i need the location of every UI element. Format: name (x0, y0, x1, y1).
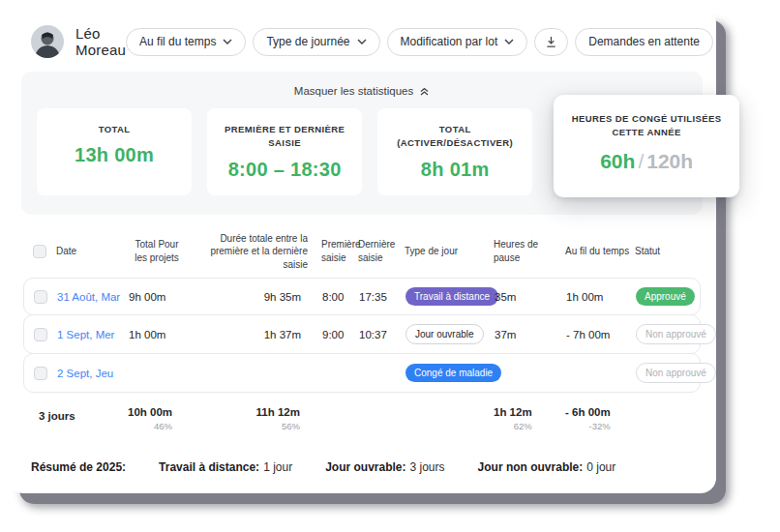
cell-status: Non approuvé (636, 324, 716, 344)
summary-percent: -32% (565, 421, 611, 431)
avatar-silhouette (31, 27, 64, 58)
row-date-link[interactable]: 2 Sept, Jeu (57, 368, 129, 379)
summary-value: 1h 12m (494, 406, 532, 418)
pending-requests-label: Demandes en attente (588, 35, 700, 48)
year-summary-value: 3 jours (410, 460, 445, 474)
col-header-date: Date (56, 245, 128, 258)
cell-duration: 1h 37m (187, 329, 315, 340)
cell-status: Approuvé (636, 287, 695, 306)
stat-card-leave-hours: HEURES DE CONGÉ UTILISÉES CETTE ANNÉE 60… (554, 95, 739, 197)
col-header-status: Statut (635, 245, 695, 258)
table-row[interactable]: 1 Sept, Mer 1h 00m 1h 37m 9:00 10:37 Jou… (23, 314, 701, 354)
stat-label: TOTAL (45, 123, 184, 136)
year-summary-label: Jour ouvrable: (325, 460, 405, 474)
filter-day-type-button[interactable]: Type de journée (253, 28, 379, 56)
col-header-pause: Heures de pause (494, 238, 565, 264)
cell-first-entry: 8:00 (315, 291, 359, 303)
select-all-checkbox[interactable] (33, 245, 46, 258)
stat-card-total: TOTAL 13h 00m (37, 108, 192, 195)
stat-label: PREMIÈRE ET DERNIÈRE SAISIE (215, 123, 354, 151)
summary-duration: 11h 12m 56% (186, 406, 314, 433)
col-header-day-type: Type de jour (405, 245, 494, 258)
year-summary-remote: Travail à distance:1 jour (159, 460, 292, 474)
stat-label: HEURES DE CONGÉ UTILISÉES CETTE ANNÉE (567, 112, 726, 140)
cell-day-type: Congé de maladie (405, 364, 495, 382)
day-type-badge: Travail à distance (405, 287, 498, 306)
cell-total-projects: 9h 00m (129, 291, 187, 303)
pending-requests-button[interactable]: Demandes en attente (575, 28, 713, 56)
year-summary: Résumé de 2025: Travail à distance:1 jou… (21, 460, 703, 474)
leave-hours-value: 60h/120h (567, 150, 726, 173)
summary-total-projects: 10h 00m 46% (128, 406, 186, 433)
chevron-down-icon (357, 39, 367, 44)
row-date-link[interactable]: 31 Août, Mar (57, 291, 129, 303)
download-button[interactable] (534, 28, 568, 56)
filter-overtime-button[interactable]: Au fil du temps (126, 28, 246, 56)
summary-percent: 62% (494, 421, 532, 431)
stat-value: 8:00 – 18:30 (215, 159, 354, 181)
chevron-down-icon (504, 39, 514, 44)
year-summary-title: Résumé de 2025: (31, 460, 126, 474)
col-header-overtime: Au fil du temps (565, 245, 635, 258)
user-name: Léo Moreau (75, 25, 126, 58)
stat-card-first-last-entry: PREMIÈRE ET DERNIÈRE SAISIE 8:00 – 18:30 (207, 108, 362, 195)
chevron-down-icon (223, 39, 232, 44)
year-summary-workday: Jour ouvrable:3 jours (325, 460, 444, 474)
row-checkbox[interactable] (34, 328, 47, 341)
day-type-badge: Jour ouvrable (405, 324, 484, 344)
cell-status: Non approuvé (636, 363, 716, 383)
cell-duration: 9h 35m (187, 291, 315, 303)
bulk-edit-label: Modification par lot (401, 35, 498, 48)
stat-card-total-toggle: TOTAL (ACTIVER/DÉSACTIVER) 8h 01m (377, 108, 532, 195)
table-summary-row: 3 jours 10h 00m 46% 11h 12m 56% (23, 393, 701, 439)
year-summary-nonworkday: Jour non ouvrable:0 jour (478, 460, 616, 474)
table-header-row: Date Total Pour les projets Durée totale… (23, 226, 701, 280)
cell-day-type: Travail à distance (405, 287, 495, 306)
timesheet-table: Date Total Pour les projets Durée totale… (21, 226, 703, 440)
year-summary-value: 0 jour (586, 460, 615, 474)
statistics-panel: Masquer les statistiques TOTAL 13h 00m P… (21, 72, 703, 215)
download-icon (545, 36, 557, 48)
col-header-first-entry: Première saisie (314, 238, 358, 264)
summary-value: 11h 12m (256, 406, 300, 418)
status-badge: Approuvé (636, 287, 695, 306)
cell-first-entry: 9:00 (315, 329, 359, 340)
avatar (31, 25, 64, 58)
timesheet-card: Léo Moreau Au fil du temps Type de journ… (8, 8, 716, 493)
row-date-link[interactable]: 1 Sept, Mer (57, 329, 129, 340)
cell-pause: 35m (495, 291, 566, 303)
stat-cards: TOTAL 13h 00m PREMIÈRE ET DERNIÈRE SAISI… (37, 108, 687, 195)
stat-value: 13h 00m (45, 144, 184, 166)
day-type-badge: Congé de maladie (405, 364, 501, 382)
cell-overtime: - 7h 00m (566, 329, 636, 340)
status-badge: Non approuvé (636, 363, 716, 383)
year-summary-value: 1 jour (263, 460, 292, 474)
col-header-duration: Durée totale entre la première et la der… (186, 232, 314, 272)
cell-last-entry: 10:37 (359, 329, 405, 340)
hide-statistics-label: Masquer les statistiques (294, 85, 413, 97)
stat-value: 8h 01m (385, 159, 525, 181)
cell-overtime: 1h 00m (566, 291, 636, 303)
summary-days: 3 jours (29, 406, 128, 422)
cell-total-projects: 1h 00m (129, 329, 187, 340)
user-info: Léo Moreau (31, 25, 126, 58)
col-header-total-projects: Total Pour les projets (128, 238, 186, 264)
double-chevron-up-icon (419, 86, 430, 97)
leave-separator: / (635, 150, 646, 172)
table-row[interactable]: 2 Sept, Jeu Congé de maladie Non approuv… (23, 353, 701, 393)
year-summary-label: Jour non ouvrable: (478, 460, 584, 474)
filter-day-type-label: Type de journée (266, 35, 349, 48)
leave-used: 60h (600, 150, 635, 172)
summary-percent: 46% (128, 421, 172, 431)
page: Léo Moreau Au fil du temps Type de journ… (0, 0, 780, 532)
year-summary-label: Travail à distance: (159, 460, 259, 474)
row-checkbox[interactable] (34, 367, 47, 380)
bulk-edit-button[interactable]: Modification par lot (387, 28, 528, 56)
filter-overtime-label: Au fil du temps (139, 35, 216, 48)
leave-total: 120h (646, 150, 693, 172)
cell-pause: 37m (495, 329, 566, 340)
row-checkbox[interactable] (34, 290, 47, 304)
summary-percent: 56% (256, 421, 300, 431)
header-actions: Au fil du temps Type de journée Modifica… (126, 28, 713, 56)
table-row[interactable]: 31 Août, Mar 9h 00m 9h 35m 8:00 17:35 Tr… (23, 278, 701, 315)
